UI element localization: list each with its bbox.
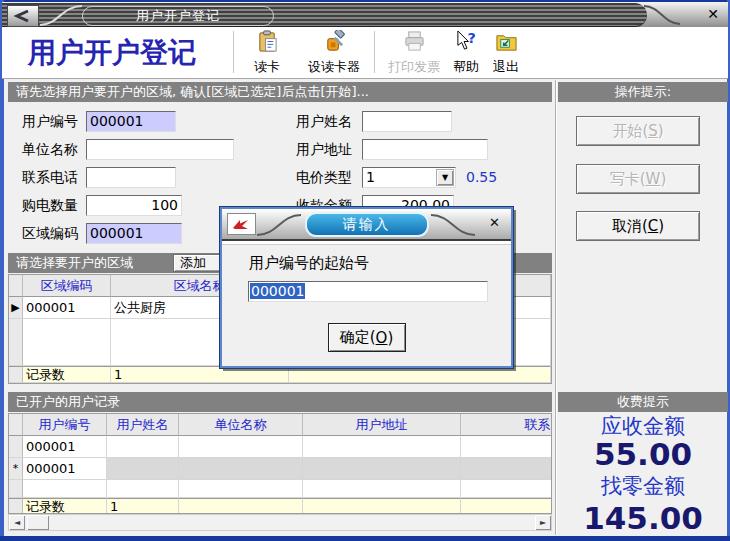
unit-name-label: 单位名称	[22, 139, 78, 160]
exit-label: 退出	[493, 58, 519, 76]
dialog-prompt: 用户编号的起始号	[249, 254, 369, 273]
new-row-marker: *	[9, 458, 23, 480]
scroll-left-icon[interactable]: ◄	[9, 515, 25, 530]
change-value: 145.00	[558, 500, 728, 536]
print-invoice-icon	[403, 30, 426, 57]
purchase-qty-label: 购电数量	[22, 195, 78, 216]
start-button-accel: S	[648, 122, 658, 140]
help-button[interactable]: ? 帮助	[450, 30, 482, 76]
window-title: 用户开户登记	[82, 6, 274, 26]
app-logo-icon	[7, 5, 39, 27]
area-empty-marker	[9, 319, 23, 366]
scrollbar-thumb[interactable]	[27, 515, 49, 530]
area-empty-cell	[23, 319, 111, 366]
records-row-cell[interactable]	[461, 458, 552, 480]
exit-button[interactable]: 退出	[490, 30, 522, 76]
dialog-close-icon[interactable]: ✕	[489, 215, 500, 230]
records-row-user-id[interactable]: 000001	[23, 436, 107, 458]
user-id-label: 用户编号	[22, 111, 78, 132]
ok-button-label-end: )	[387, 329, 393, 347]
records-col-address[interactable]: 用户地址	[303, 414, 461, 436]
scrollbar-track[interactable]	[49, 515, 535, 530]
phone-label: 联系电话	[22, 167, 78, 188]
read-card-label: 读卡	[254, 58, 280, 76]
records-row-cell[interactable]	[303, 458, 461, 480]
input-dialog: 请输入 ✕ 用户编号的起始号 000001 确定(O)	[220, 207, 513, 368]
records-row-user-id[interactable]: 000001	[23, 458, 107, 480]
area-footer-label: 记录数	[23, 366, 111, 383]
price-type-value: 1	[366, 169, 375, 185]
help-icon: ?	[455, 30, 478, 57]
records-row-cell[interactable]	[179, 436, 303, 458]
read-card-button[interactable]: 读卡	[242, 30, 292, 76]
price-rate-value: 0.55	[466, 167, 497, 188]
ok-button-accel: O	[376, 329, 388, 347]
records-row-cell[interactable]	[107, 436, 179, 458]
dialog-swoosh-left	[255, 212, 303, 237]
user-name-field[interactable]	[362, 111, 452, 132]
dialog-input[interactable]: 000001	[248, 281, 488, 302]
records-table-corner	[9, 414, 23, 436]
window-titlebar[interactable]: 用户开户登记 ✕	[2, 2, 728, 27]
user-id-field[interactable]: 000001	[86, 111, 176, 132]
ok-button[interactable]: 确定(O)	[328, 323, 406, 352]
close-icon[interactable]: ✕	[707, 6, 719, 22]
user-address-label: 用户地址	[296, 139, 352, 160]
dialog-logo-icon	[227, 213, 256, 235]
area-code-label: 区域编码	[22, 223, 78, 244]
user-address-field[interactable]	[362, 139, 488, 160]
records-row-cell[interactable]	[179, 458, 303, 480]
area-footer-filler	[289, 366, 551, 383]
records-row-cell[interactable]	[107, 458, 179, 480]
card-read-icon	[256, 30, 279, 57]
price-type-label: 电价类型	[296, 167, 352, 188]
change-label: 找零金额	[558, 472, 728, 500]
dialog-body: 用户编号的起始号 000001 确定(O)	[222, 245, 511, 367]
records-footer-filler	[461, 498, 552, 514]
row-marker-icon: ▶	[9, 297, 23, 319]
cancel-button-label: 取消(	[612, 217, 648, 236]
cancel-button-label-end: )	[658, 217, 664, 235]
app-window: 用户开户登记 ✕ 用户开户登记 读卡 设读卡器 打印发票	[0, 0, 730, 541]
records-footer-count: 1	[107, 498, 179, 514]
records-row-cell[interactable]	[461, 436, 552, 458]
horizontal-scrollbar[interactable]: ◄ ►	[8, 514, 552, 531]
write-card-label: 写卡(	[610, 170, 646, 189]
cancel-button[interactable]: 取消(C)	[576, 211, 700, 241]
write-card-accel: W	[646, 170, 661, 188]
start-button-label-end: )	[658, 122, 664, 140]
exit-icon	[495, 30, 518, 57]
records-footer-filler	[179, 498, 303, 514]
records-empty-cell	[303, 480, 461, 498]
purchase-qty-field[interactable]: 100	[86, 195, 182, 216]
write-card-button: 写卡(W)	[576, 164, 700, 194]
area-footer-count: 1	[111, 366, 289, 383]
records-footer-label: 记录数	[23, 498, 107, 514]
scroll-right-icon[interactable]: ►	[535, 515, 551, 530]
unit-name-field[interactable]	[86, 139, 234, 160]
records-col-phone[interactable]: 联系电话	[461, 414, 552, 436]
receivable-value: 55.00	[558, 436, 728, 472]
titlebar-swoosh-left	[38, 3, 84, 27]
price-type-select[interactable]: 1 ▼	[362, 167, 456, 188]
titlebar-swoosh-right	[642, 3, 682, 27]
records-col-user-id[interactable]: 用户编号	[23, 414, 107, 436]
records-footer-filler	[303, 498, 461, 514]
records-row-cell[interactable]	[303, 436, 461, 458]
area-code-field[interactable]: 000001	[86, 223, 182, 244]
dialog-swoosh-right	[429, 212, 477, 237]
area-row-code[interactable]: 000001	[23, 297, 111, 319]
instruction-bar: 请先选择用户要开户的区域, 确认[区域已选定]后点击[开始]...	[8, 82, 552, 102]
area-col-code[interactable]: 区域编码	[23, 275, 111, 297]
phone-field[interactable]	[86, 167, 176, 188]
area-table-corner	[9, 275, 23, 297]
cancel-button-accel: C	[648, 217, 658, 235]
window-border-left	[0, 0, 4, 541]
setup-reader-button[interactable]: 设读卡器	[300, 30, 368, 76]
records-empty-cell	[107, 480, 179, 498]
chevron-down-icon[interactable]: ▼	[436, 169, 454, 186]
records-col-user-name[interactable]: 用户姓名	[107, 414, 179, 436]
svg-text:?: ?	[467, 30, 475, 46]
dialog-titlebar[interactable]: 请输入 ✕	[222, 209, 511, 241]
records-col-unit-name[interactable]: 单位名称	[179, 414, 303, 436]
